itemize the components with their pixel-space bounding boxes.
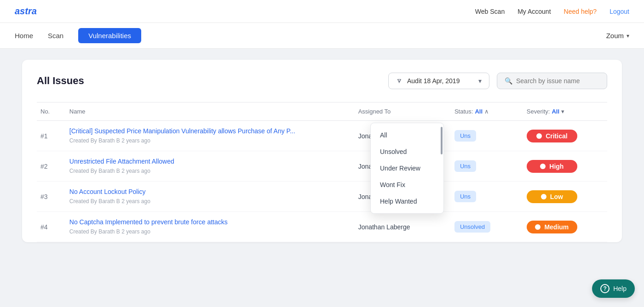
- severity-badge: Low: [527, 190, 577, 203]
- search-icon: 🔍: [505, 77, 512, 85]
- status-badge[interactable]: Uns: [454, 191, 476, 202]
- severity-dot-icon: [540, 164, 546, 169]
- status-option-unsolved[interactable]: Unsolved: [371, 143, 443, 160]
- audit-dropdown-arrow-icon: ▾: [478, 77, 482, 85]
- issue-link[interactable]: No Captcha Implemented to prevent brute …: [69, 218, 351, 226]
- status-option-help-wanted[interactable]: Help Wanted: [371, 193, 443, 210]
- severity-badge: Medium: [527, 221, 577, 233]
- issues-title: All Issues: [37, 75, 84, 87]
- help-button[interactable]: ? Help: [592, 279, 635, 298]
- search-box: 🔍: [497, 73, 607, 89]
- col-header-status[interactable]: Status: All ∧: [451, 102, 523, 121]
- nav-home[interactable]: Home: [15, 30, 33, 41]
- col-header-severity[interactable]: Severity: All ▾: [523, 102, 607, 121]
- cell-name: Unrestricted File Attachment Allowed Cre…: [66, 151, 355, 182]
- cell-severity: Medium: [523, 212, 607, 242]
- cell-status: Unsolved: [451, 212, 523, 242]
- web-scan-link[interactable]: Web Scan: [475, 8, 505, 15]
- project-name: Zoum: [606, 32, 624, 40]
- cell-status: Uns: [451, 121, 523, 151]
- cell-name: [Critical] Suspected Price Manipulation …: [66, 121, 355, 151]
- top-nav: astra Web Scan My Account Need help? Log…: [0, 0, 644, 23]
- severity-dot-icon: [541, 194, 546, 199]
- table-row: #1 [Critical] Suspected Price Manipulati…: [37, 121, 607, 151]
- table-row: #3 No Account Lockout Policy Created By …: [37, 182, 607, 212]
- status-badge[interactable]: Uns: [454, 160, 476, 172]
- issues-header: All Issues ⛛ Audit 18 Apr, 2019 ▾ 🔍: [37, 73, 607, 89]
- severity-badge: Critical: [527, 130, 577, 142]
- issues-card: All Issues ⛛ Audit 18 Apr, 2019 ▾ 🔍 No. …: [22, 60, 622, 242]
- severity-badge: High: [527, 160, 577, 173]
- status-label: Status:: [454, 108, 473, 115]
- dropdown-scrollbar[interactable]: [441, 127, 443, 154]
- cell-no: #1: [37, 121, 66, 151]
- cell-no: #3: [37, 182, 66, 212]
- severity-label: Severity:: [527, 108, 550, 115]
- cell-no: #2: [37, 151, 66, 182]
- issue-link[interactable]: [Critical] Suspected Price Manipulation …: [69, 127, 351, 135]
- status-badge[interactable]: Uns: [454, 130, 476, 142]
- need-help-link[interactable]: Need help?: [564, 8, 597, 15]
- cell-status: Uns: [451, 151, 523, 182]
- severity-dot-icon: [535, 224, 540, 230]
- status-sort-icon: ∧: [484, 108, 489, 115]
- cell-severity: High: [523, 151, 607, 182]
- status-option-all[interactable]: All: [371, 127, 443, 143]
- help-label: Help: [613, 285, 627, 292]
- status-dropdown-menu: All Unsolved Under Review Wont Fix Help …: [370, 123, 444, 214]
- nav-vulnerabilities[interactable]: Vulnerabilities: [78, 28, 141, 43]
- issue-meta: Created By Barath B 2 years ago: [69, 137, 150, 144]
- severity-filter-value[interactable]: All: [552, 108, 559, 115]
- nav-scan[interactable]: Scan: [48, 30, 63, 41]
- cell-no: #4: [37, 212, 66, 242]
- cell-name: No Account Lockout Policy Created By Bar…: [66, 182, 355, 212]
- severity-sort-icon: ▾: [561, 108, 564, 115]
- funnel-icon: ⛛: [396, 77, 402, 85]
- status-filter-value[interactable]: All: [475, 108, 483, 115]
- issue-meta: Created By Barath B 2 years ago: [69, 228, 150, 235]
- cell-severity: Low: [523, 182, 607, 212]
- issues-controls: ⛛ Audit 18 Apr, 2019 ▾ 🔍: [388, 73, 607, 89]
- status-option-under-review[interactable]: Under Review: [371, 160, 443, 176]
- issue-meta: Created By Barath B 2 years ago: [69, 168, 150, 174]
- cell-status: Uns: [451, 182, 523, 212]
- logout-link[interactable]: Logout: [610, 8, 629, 15]
- top-nav-links: Web Scan My Account Need help? Logout: [475, 8, 629, 15]
- issue-link[interactable]: Unrestricted File Attachment Allowed: [69, 158, 351, 165]
- issues-table: No. Name Assigned To Status: All ∧ Sever…: [37, 102, 607, 242]
- col-header-no: No.: [37, 102, 66, 121]
- main-content: All Issues ⛛ Audit 18 Apr, 2019 ▾ 🔍 No. …: [0, 49, 644, 253]
- cell-assigned: Jonathan Laberge: [355, 212, 451, 242]
- col-header-name: Name: [66, 102, 355, 121]
- table-row: #4 No Captcha Implemented to prevent bru…: [37, 212, 607, 242]
- audit-dropdown[interactable]: ⛛ Audit 18 Apr, 2019 ▾: [388, 73, 489, 89]
- audit-label: Audit 18 Apr, 2019: [407, 77, 460, 85]
- logo: astra: [15, 6, 37, 17]
- project-selector[interactable]: Zoum ▾: [606, 32, 629, 40]
- help-icon: ?: [600, 284, 610, 293]
- issue-link[interactable]: No Account Lockout Policy: [69, 188, 351, 195]
- project-chevron-icon: ▾: [627, 33, 629, 39]
- my-account-link[interactable]: My Account: [518, 8, 551, 15]
- col-header-assigned: Assigned To: [355, 102, 451, 121]
- table-header-row: No. Name Assigned To Status: All ∧ Sever…: [37, 102, 607, 121]
- cell-name: No Captcha Implemented to prevent brute …: [66, 212, 355, 242]
- severity-dot-icon: [536, 133, 542, 139]
- cell-severity: Critical: [523, 121, 607, 151]
- search-input[interactable]: [516, 77, 599, 85]
- secondary-nav-left: Home Scan Vulnerabilities: [15, 28, 141, 43]
- secondary-nav: Home Scan Vulnerabilities Zoum ▾: [0, 23, 644, 49]
- issue-meta: Created By Barath B 2 years ago: [69, 198, 150, 205]
- status-badge[interactable]: Unsolved: [454, 221, 490, 233]
- status-option-wont-fix[interactable]: Wont Fix: [371, 176, 443, 193]
- table-row: #2 Unrestricted File Attachment Allowed …: [37, 151, 607, 182]
- status-dropdown-scroll-area: All Unsolved Under Review Wont Fix Help …: [371, 127, 443, 210]
- help-icon-label: ?: [604, 285, 607, 292]
